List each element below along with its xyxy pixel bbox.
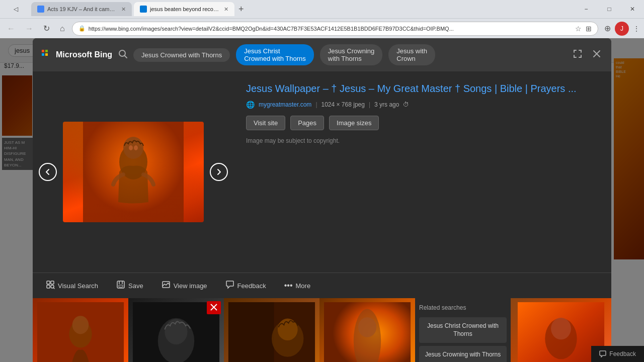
feedback-action[interactable]: Feedback bbox=[222, 278, 269, 293]
svg-point-12 bbox=[134, 145, 138, 150]
feedback-icon bbox=[225, 280, 234, 291]
svg-point-25 bbox=[72, 316, 89, 334]
minimize-button[interactable]: − bbox=[575, 0, 598, 18]
search-button[interactable] bbox=[118, 49, 127, 61]
profile-avatar[interactable]: J bbox=[615, 22, 629, 36]
next-arrow-circle[interactable] bbox=[210, 163, 228, 181]
tab-acts[interactable]: Acts 19 KJV – And it came to p... ✕ bbox=[31, 2, 132, 16]
expand-button[interactable] bbox=[571, 47, 584, 63]
image-title-text: Jesus Wallpaper – † Jesus – My Great Mas… bbox=[246, 83, 577, 94]
image-detail-modal: Microsoft Bing Jesus Crowned with Thorns… bbox=[33, 38, 611, 362]
extensions-button[interactable]: ⊕ bbox=[604, 24, 611, 33]
jesus-figure-svg bbox=[83, 122, 184, 222]
close-icon bbox=[592, 49, 601, 58]
pill-jesus-crown[interactable]: Jesus withCrown bbox=[388, 44, 435, 65]
svg-rect-0 bbox=[42, 50, 44, 52]
more-icon: ••• bbox=[284, 281, 293, 290]
view-image-label: View image bbox=[174, 282, 207, 290]
svg-line-17 bbox=[53, 288, 54, 289]
thumbnail-2[interactable] bbox=[128, 298, 224, 362]
left-arrow-icon bbox=[44, 168, 51, 175]
svg-rect-1 bbox=[45, 50, 48, 52]
image-info-panel: Jesus Wallpaper – † Jesus – My Great Mas… bbox=[234, 71, 611, 273]
pill-jesus-crowned[interactable]: Jesus Crowned with Thorns bbox=[133, 48, 230, 62]
meta-sep-1: | bbox=[315, 101, 317, 108]
browser-titlebar: ◁ Acts 19 KJV – And it came to p... ✕ je… bbox=[0, 0, 644, 18]
main-image-area bbox=[63, 71, 204, 273]
visual-search-action[interactable]: Visual Search bbox=[43, 278, 101, 293]
image-sizes-button[interactable]: Image sizes bbox=[329, 116, 379, 130]
svg-rect-3 bbox=[45, 53, 48, 56]
maximize-button[interactable]: □ bbox=[598, 0, 621, 18]
secure-icon: 🔒 bbox=[78, 25, 86, 32]
thumbnail-1[interactable]: hina rabbani khar pic bbox=[33, 298, 128, 362]
thumbnail-4[interactable] bbox=[319, 298, 415, 362]
thumb-1-image bbox=[37, 302, 124, 362]
right-arrow-icon bbox=[215, 168, 222, 175]
thumbnail-3[interactable]: Unabashed Left: December 2010 bbox=[224, 298, 319, 362]
bing-logo-icon bbox=[41, 49, 53, 61]
pill-jesus-christ-crowned[interactable]: Jesus ChristCrowned with Thorns bbox=[236, 44, 314, 65]
address-actions: ☆ ⊞ bbox=[575, 25, 592, 33]
extension-icon[interactable]: ⊞ bbox=[586, 25, 592, 33]
new-tab-button[interactable]: + bbox=[238, 4, 244, 15]
tab-close-2[interactable]: ✕ bbox=[224, 6, 228, 13]
address-bar[interactable]: 🔒 https://www.bing.com/images/search?vie… bbox=[72, 22, 598, 36]
bottom-feedback-button[interactable]: Feedback bbox=[599, 350, 636, 357]
more-action[interactable]: ••• More bbox=[281, 279, 313, 292]
pages-button[interactable]: Pages bbox=[290, 116, 324, 130]
bing-logo-text: Microsoft Bing bbox=[56, 50, 112, 59]
tab-bing[interactable]: jesus beaten beyond recogniti... ✕ bbox=[134, 2, 234, 16]
related-searches-title: Related searches bbox=[419, 302, 507, 313]
reload-button[interactable]: ↻ bbox=[40, 22, 53, 35]
more-label: More bbox=[296, 282, 311, 290]
tab-label-1: Acts 19 KJV – And it came to p... bbox=[47, 6, 116, 12]
close-modal-button[interactable] bbox=[590, 47, 603, 63]
related-search-1[interactable]: Jesus Christ Crowned with Thorns bbox=[419, 317, 507, 343]
view-image-svg bbox=[162, 280, 171, 289]
svg-point-41 bbox=[551, 318, 571, 339]
tab-label-2: jesus beaten beyond recogniti... bbox=[150, 6, 219, 12]
view-image-action[interactable]: View image bbox=[158, 278, 210, 293]
visual-search-label: Visual Search bbox=[58, 282, 98, 290]
tab-close-1[interactable]: ✕ bbox=[121, 6, 126, 13]
pill-jesus-crowning[interactable]: Jesus Crowningwith Thorns bbox=[320, 44, 383, 65]
svg-rect-13 bbox=[47, 281, 50, 284]
visit-site-button[interactable]: Visit site bbox=[246, 116, 285, 130]
close-window-button[interactable]: ✕ bbox=[621, 0, 644, 18]
bottom-feedback-bar: Feedback bbox=[591, 346, 644, 362]
forward-button[interactable]: → bbox=[22, 22, 36, 35]
menu-button[interactable]: ⋮ bbox=[633, 25, 640, 33]
save-action[interactable]: Save bbox=[113, 278, 146, 293]
back-button[interactable]: ← bbox=[4, 22, 18, 35]
bing-logo[interactable]: Microsoft Bing bbox=[41, 49, 112, 61]
svg-point-4 bbox=[119, 50, 125, 56]
copyright-note: Image may be subject to copyright. bbox=[246, 137, 599, 144]
home-button[interactable]: ⌂ bbox=[57, 22, 68, 35]
window-controls: − □ ✕ bbox=[575, 0, 644, 18]
image-dimensions: 1024 × 768 jpeg bbox=[321, 101, 365, 108]
related-search-2[interactable]: Jesus Crowning with Thorns bbox=[419, 346, 507, 362]
modal-header: Microsoft Bing Jesus Crowned with Thorns… bbox=[33, 38, 611, 71]
image-meta: 🌐 mygreatmaster.com | 1024 × 768 jpeg | … bbox=[246, 101, 599, 109]
prev-arrow-circle[interactable] bbox=[39, 163, 57, 181]
domain-text[interactable]: mygreatmaster.com bbox=[259, 101, 311, 108]
thumb-4-image bbox=[324, 302, 411, 362]
browser-back-btn[interactable]: ◁ bbox=[4, 0, 27, 18]
expand-icon bbox=[573, 49, 582, 58]
svg-point-10 bbox=[123, 137, 143, 159]
tab-favicon-2 bbox=[140, 6, 147, 13]
address-text: https://www.bing.com/images/search?view=… bbox=[89, 26, 571, 32]
address-bar-row: ← → ↻ ⌂ 🔒 https://www.bing.com/images/se… bbox=[0, 18, 644, 38]
svg-point-11 bbox=[129, 145, 133, 150]
image-age: 3 yrs ago bbox=[374, 101, 399, 108]
globe-icon: 🌐 bbox=[246, 101, 255, 109]
star-icon[interactable]: ☆ bbox=[575, 25, 582, 33]
prev-image-button[interactable] bbox=[33, 71, 63, 273]
modal-footer: Visual Search Save View image bbox=[33, 273, 611, 298]
svg-point-38 bbox=[358, 317, 376, 337]
image-placeholder bbox=[63, 122, 204, 222]
badge-icon bbox=[209, 302, 219, 312]
next-image-button[interactable] bbox=[204, 71, 234, 273]
svg-line-5 bbox=[125, 56, 127, 58]
